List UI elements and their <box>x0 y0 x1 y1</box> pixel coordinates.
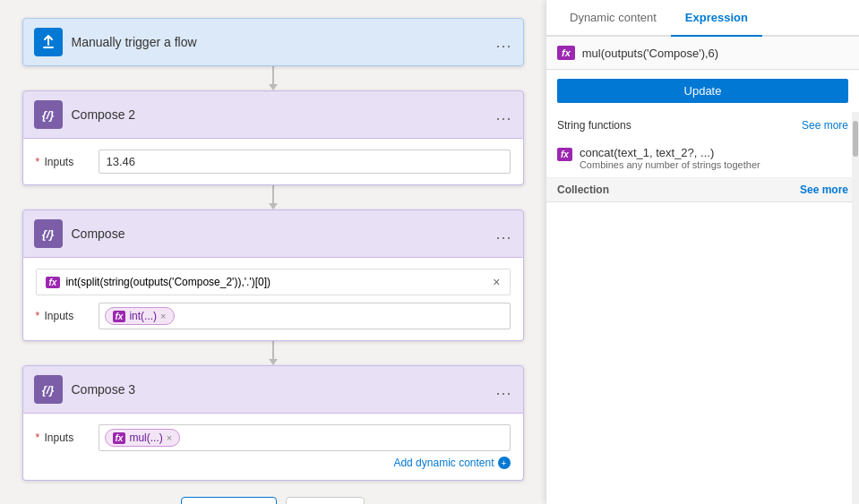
compose3-field-row: * Inputs fx mul(...) × <box>36 424 511 451</box>
trigger-card: Manually trigger a flow ... <box>22 18 524 66</box>
panel-tabs: Dynamic content Expression <box>546 0 859 37</box>
add-dynamic-icon: + <box>498 457 511 469</box>
compose-menu[interactable]: ... <box>495 225 511 243</box>
compose-token-input[interactable]: fx int(...) × <box>99 303 511 329</box>
compose3-header: {/} Compose 3 ... <box>22 365 524 414</box>
panel-scrollbar[interactable] <box>852 112 859 504</box>
expression-input-field[interactable] <box>582 47 848 60</box>
concat-desc: Combines any number of strings together <box>580 159 760 170</box>
arrow-3 <box>264 341 282 365</box>
compose-title: Compose <box>72 226 496 241</box>
update-button[interactable]: Update <box>557 79 848 103</box>
compose2-header: {/} Compose 2 ... <box>22 90 524 139</box>
collection-see-more[interactable]: See more <box>800 184 848 196</box>
tooltip-fx-icon: fx <box>46 277 61 288</box>
arrow-2 <box>264 185 282 209</box>
right-panel: Dynamic content Expression fx Update Str… <box>545 0 859 504</box>
expression-tooltip: fx int(split(string(outputs('Compose_2')… <box>36 269 511 295</box>
string-functions-header: String functions See more <box>546 112 859 139</box>
compose-token-close[interactable]: × <box>160 311 166 321</box>
scrollbar-thumb <box>853 121 858 157</box>
compose2-inputs-label: * Inputs <box>36 156 90 168</box>
concat-info: concat(text_1, text_2?, ...) Combines an… <box>580 146 760 170</box>
arrow-1 <box>264 66 282 90</box>
compose2-title: Compose 2 <box>72 107 496 122</box>
compose-field-row: * Inputs fx int(...) × <box>36 303 511 329</box>
collection-section-label: Collection See more <box>546 178 859 202</box>
compose3-menu[interactable]: ... <box>495 380 511 399</box>
expression-input-row: fx <box>546 37 859 70</box>
panel-content: String functions See more fx concat(text… <box>546 112 859 504</box>
compose3-token-fx-icon: fx <box>113 432 126 444</box>
tab-expression[interactable]: Expression <box>671 0 762 37</box>
add-dynamic-content[interactable]: Add dynamic content + <box>36 457 511 469</box>
compose-card: {/} Compose ... fx int(split(string(outp… <box>22 209 524 341</box>
compose3-card: {/} Compose 3 ... * Inputs fx mul(...) × <box>22 365 524 481</box>
trigger-header: Manually trigger a flow ... <box>22 18 524 66</box>
compose-icon: {/} <box>34 219 63 248</box>
string-functions-see-more[interactable]: See more <box>802 119 848 132</box>
bottom-bar: + New step Save <box>181 497 365 504</box>
panel-fx-icon: fx <box>557 46 575 60</box>
svg-rect-0 <box>43 47 54 48</box>
tab-dynamic-content[interactable]: Dynamic content <box>555 0 671 37</box>
new-step-button[interactable]: + New step <box>181 497 277 504</box>
compose3-body: * Inputs fx mul(...) × Add dynamic conte… <box>22 414 524 481</box>
tooltip-expression-text: int(split(string(outputs('Compose_2')),'… <box>65 276 271 288</box>
trigger-icon <box>34 28 63 56</box>
tooltip-close[interactable]: × <box>493 275 500 289</box>
string-functions-label: String functions <box>557 119 631 132</box>
save-button[interactable]: Save <box>286 497 365 504</box>
compose-token-fx-icon: fx <box>113 311 126 322</box>
compose2-field-row: * Inputs <box>36 149 511 174</box>
concat-fx-icon: fx <box>557 148 572 161</box>
compose3-token-close[interactable]: × <box>167 432 172 443</box>
compose-token: fx int(...) × <box>105 307 175 325</box>
concat-function-item[interactable]: fx concat(text_1, text_2?, ...) Combines… <box>546 139 859 178</box>
compose2-body: * Inputs <box>22 139 524 185</box>
compose3-token-input[interactable]: fx mul(...) × <box>99 424 511 451</box>
compose2-inputs-field[interactable] <box>99 149 511 174</box>
compose2-card: {/} Compose 2 ... * Inputs <box>22 90 524 185</box>
compose-header: {/} Compose ... <box>22 209 524 258</box>
compose3-token-label: mul(...) <box>129 431 162 444</box>
compose-token-label: int(...) <box>129 310 157 322</box>
trigger-menu[interactable]: ... <box>495 33 511 52</box>
flow-canvas: Manually trigger a flow ... {/} Compose … <box>0 0 545 504</box>
trigger-title: Manually trigger a flow <box>72 35 496 49</box>
compose2-menu[interactable]: ... <box>495 106 511 124</box>
compose-body: fx int(split(string(outputs('Compose_2')… <box>22 258 524 341</box>
collection-label: Collection <box>557 184 609 196</box>
compose3-title: Compose 3 <box>72 382 496 397</box>
compose3-icon: {/} <box>34 375 63 404</box>
compose2-icon: {/} <box>34 100 63 129</box>
concat-name: concat(text_1, text_2?, ...) <box>580 146 760 159</box>
compose-inputs-label: * Inputs <box>36 310 90 322</box>
compose3-inputs-label: * Inputs <box>36 431 90 444</box>
compose3-token: fx mul(...) × <box>105 429 181 447</box>
